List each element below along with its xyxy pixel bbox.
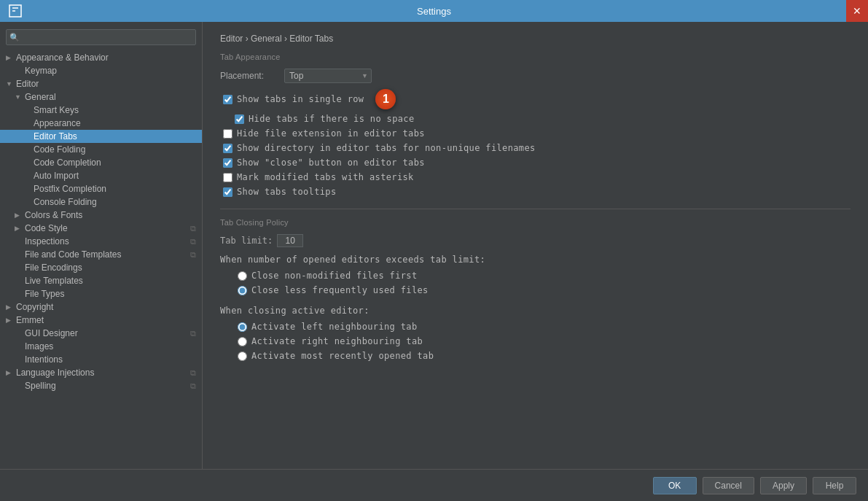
sidebar-label-appearance: Appearance bbox=[34, 118, 81, 128]
sidebar-item-spelling[interactable]: Spelling⧉ bbox=[0, 379, 202, 392]
sidebar-label-editor-tabs: Editor Tabs bbox=[34, 131, 77, 141]
placement-label: Placement: bbox=[220, 71, 278, 81]
sidebar-label-inspections: Inspections bbox=[25, 236, 69, 246]
checkbox-label-show-close-button: Show "close" button on editor tabs bbox=[237, 158, 425, 168]
search-input[interactable] bbox=[6, 29, 196, 45]
sidebar-item-appearance[interactable]: Appearance bbox=[0, 117, 202, 130]
checkbox-row-hide-file-extension: Hide file extension in editor tabs bbox=[220, 128, 851, 139]
triangle-icon-appearance-behavior bbox=[6, 54, 13, 61]
sidebar-label-auto-import: Auto Import bbox=[34, 171, 79, 181]
triangle-icon-emmet bbox=[6, 316, 13, 324]
checkbox-hide-tabs-no-space[interactable] bbox=[235, 114, 244, 124]
radio-activate-recent[interactable] bbox=[238, 352, 247, 361]
sidebar-item-inspections[interactable]: Inspections⧉ bbox=[0, 235, 202, 248]
sidebar-item-postfix-completion[interactable]: Postfix Completion bbox=[0, 182, 202, 195]
sidebar-label-spelling: Spelling bbox=[25, 381, 56, 391]
sidebar-item-emmet[interactable]: Emmet bbox=[0, 314, 202, 327]
checkbox-show-tabs-tooltips[interactable] bbox=[223, 187, 232, 197]
sidebar-label-code-folding: Code Folding bbox=[34, 144, 85, 155]
sidebar-item-live-templates[interactable]: Live Templates bbox=[0, 274, 202, 287]
ok-button[interactable]: OK bbox=[653, 477, 697, 494]
sidebar-item-copyright[interactable]: Copyright bbox=[0, 300, 202, 314]
checkbox-mark-modified-asterisk[interactable] bbox=[223, 173, 232, 182]
radio-label-close-less-frequently: Close less frequently used files bbox=[251, 285, 429, 295]
sidebar-item-images[interactable]: Images bbox=[0, 340, 202, 353]
radio-row-activate-left: Activate left neighbouring tab bbox=[220, 322, 851, 332]
checkboxes-container: Show tabs in single row1Hide tabs if the… bbox=[220, 89, 851, 197]
sidebar-item-auto-import[interactable]: Auto Import bbox=[0, 169, 202, 182]
sidebar-item-colors-fonts[interactable]: Colors & Fonts bbox=[0, 209, 202, 222]
radio-closing-container: Activate left neighbouring tabActivate r… bbox=[220, 322, 851, 361]
sidebar-label-intentions: Intentions bbox=[25, 354, 63, 365]
sidebar-item-language-injections[interactable]: Language Injections⧉ bbox=[0, 366, 202, 379]
placement-dropdown-wrapper[interactable]: TopBottomLeftRightNone bbox=[284, 69, 372, 83]
radio-row-close-non-modified: Close non-modified files first bbox=[220, 271, 851, 281]
sidebar-item-editor-tabs[interactable]: Editor Tabs bbox=[0, 130, 202, 143]
copy-icon-inspections: ⧉ bbox=[190, 237, 196, 246]
sidebar-item-console-folding[interactable]: Console Folding bbox=[0, 195, 202, 209]
radio-close-less-frequently[interactable] bbox=[238, 286, 247, 295]
tab-appearance-section-title: Tab Appearance bbox=[220, 53, 851, 61]
apply-button[interactable]: Apply bbox=[760, 477, 807, 494]
checkbox-show-close-button[interactable] bbox=[223, 158, 232, 168]
checkbox-label-mark-modified-asterisk: Mark modified tabs with asterisk bbox=[237, 172, 414, 182]
sidebar-item-general[interactable]: General bbox=[0, 90, 202, 104]
sidebar-label-postfix-completion: Postfix Completion bbox=[34, 184, 106, 194]
radio-activate-left[interactable] bbox=[238, 322, 247, 332]
help-button[interactable]: Help bbox=[813, 477, 856, 494]
sidebar-item-code-folding[interactable]: Code Folding bbox=[0, 143, 202, 156]
sidebar-label-colors-fonts: Colors & Fonts bbox=[25, 210, 82, 220]
triangle-icon-language-injections bbox=[6, 369, 13, 376]
sidebar-label-smart-keys: Smart Keys bbox=[34, 105, 79, 115]
sidebar-item-smart-keys[interactable]: Smart Keys bbox=[0, 104, 202, 117]
checkbox-hide-file-extension[interactable] bbox=[223, 129, 232, 139]
sidebar-label-code-style: Code Style bbox=[25, 223, 68, 233]
sidebar-label-general: General bbox=[25, 92, 56, 102]
sidebar-item-intentions[interactable]: Intentions bbox=[0, 353, 202, 366]
sidebar-item-code-completion[interactable]: Code Completion bbox=[0, 156, 202, 169]
copy-icon-gui-designer: ⧉ bbox=[190, 329, 196, 338]
sidebar-item-file-encodings[interactable]: File Encodings bbox=[0, 261, 202, 274]
copy-icon-file-code-templates: ⧉ bbox=[190, 250, 196, 260]
checkbox-row-show-tabs-tooltips: Show tabs tooltips bbox=[220, 187, 851, 197]
sidebar-label-keymap: Keymap bbox=[25, 66, 57, 76]
radio-label-close-non-modified: Close non-modified files first bbox=[251, 271, 418, 281]
app-logo bbox=[7, 3, 23, 19]
checkbox-show-tabs-single-row[interactable] bbox=[223, 95, 232, 104]
placement-select[interactable]: TopBottomLeftRightNone bbox=[284, 69, 372, 83]
when-closing-label: When closing active editor: bbox=[220, 306, 851, 316]
radio-close-non-modified[interactable] bbox=[238, 271, 247, 281]
checkbox-row-hide-tabs-no-space: Hide tabs if there is no space bbox=[220, 114, 851, 124]
radio-label-activate-recent: Activate most recently opened tab bbox=[251, 351, 434, 361]
cancel-button[interactable]: Cancel bbox=[703, 477, 754, 494]
radio-activate-right[interactable] bbox=[238, 337, 247, 346]
tab-limit-row: Tab limit: bbox=[220, 234, 851, 247]
checkbox-row-show-directory: Show directory in editor tabs for non-un… bbox=[220, 143, 851, 153]
checkbox-row-show-tabs-single-row: Show tabs in single row1 bbox=[220, 89, 851, 109]
sidebar-item-file-code-templates[interactable]: File and Code Templates⧉ bbox=[0, 248, 202, 261]
search-box[interactable]: 🔍 bbox=[6, 29, 196, 45]
checkbox-label-hide-file-extension: Hide file extension in editor tabs bbox=[237, 128, 425, 139]
tab-limit-input[interactable] bbox=[277, 234, 303, 247]
sidebar-item-appearance-behavior[interactable]: Appearance & Behavior bbox=[0, 51, 202, 64]
tab-closing-section-title: Tab Closing Policy bbox=[220, 218, 851, 227]
when-exceeds-label: When number of opened editors exceeds ta… bbox=[220, 255, 851, 265]
radio-exceeds-container: Close non-modified files firstClose less… bbox=[220, 271, 851, 295]
sidebar-item-editor[interactable]: Editor bbox=[0, 77, 202, 90]
sidebar-label-copyright: Copyright bbox=[16, 302, 53, 312]
badge-number: 1 bbox=[375, 89, 396, 109]
checkbox-show-directory[interactable] bbox=[223, 144, 232, 153]
sidebar-label-code-completion: Code Completion bbox=[34, 158, 101, 168]
close-button[interactable]: ✕ bbox=[846, 0, 868, 22]
triangle-icon-colors-fonts bbox=[15, 211, 22, 219]
sidebar-item-file-types[interactable]: File Types bbox=[0, 287, 202, 300]
title-bar: Settings ✕ bbox=[0, 0, 868, 22]
sidebar-item-gui-designer[interactable]: GUI Designer⧉ bbox=[0, 327, 202, 340]
sidebar: 🔍 Appearance & BehaviorKeymapEditorGener… bbox=[0, 22, 203, 469]
sidebar-label-file-code-templates: File and Code Templates bbox=[25, 249, 122, 260]
sidebar-label-file-types: File Types bbox=[25, 289, 64, 299]
sidebar-list: Appearance & BehaviorKeymapEditorGeneral… bbox=[0, 51, 202, 392]
sidebar-item-code-style[interactable]: Code Style⧉ bbox=[0, 222, 202, 235]
radio-row-activate-right: Activate right neighbouring tab bbox=[220, 336, 851, 346]
sidebar-item-keymap[interactable]: Keymap bbox=[0, 64, 202, 77]
